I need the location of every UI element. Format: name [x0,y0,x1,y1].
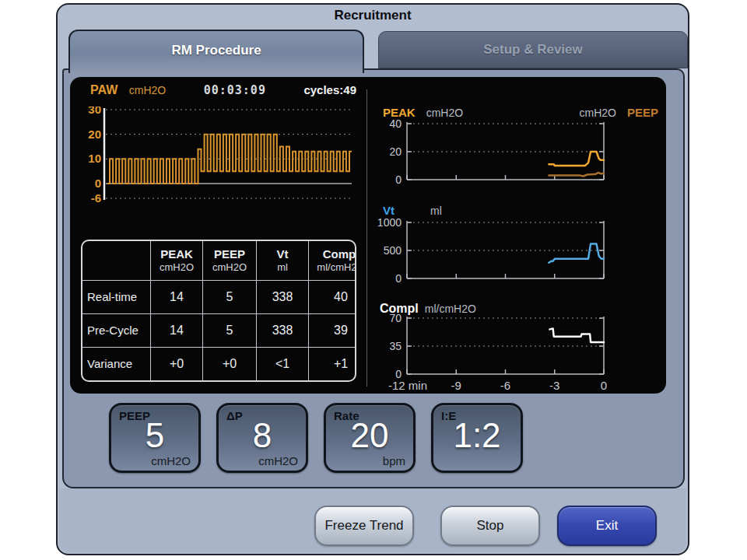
variance-peep: +0 [203,347,257,380]
paw-label: PAW [90,83,117,96]
peep-label: PEEP [627,106,658,119]
vt-unit-label: ml [430,205,442,217]
paw-chart-header: PAW cmH2O 00:03:09 cycles:49 [90,83,356,97]
row-label: Pre-Cycle [82,313,151,347]
cycles-count: cycles:49 [303,83,356,96]
delta-p-setting-button[interactable]: ΔP 8 cmH2O [216,403,308,473]
svg-text:500: 500 [384,244,402,257]
col-header-vt: Vtml [257,241,309,280]
paw-unit-label: cmH2O [129,84,166,96]
row-label: Variance [82,347,151,380]
svg-text:-6: -6 [91,191,101,203]
vt-trend-chart: 10005000 [375,218,608,283]
page-title: Recruitment [56,8,689,23]
col-header-peak: PEAKcmH2O [151,241,203,280]
delta-p-setting-value: 8 [219,416,306,455]
monitor-display: PAW cmH2O 00:03:09 cycles:49 3020100-6 P… [70,77,666,394]
peep-setting-value: 5 [111,416,198,455]
variance-vt: <1 [257,347,309,380]
col-header-compl: Complml/cmH2O [309,241,357,280]
rate-setting-value: 20 [326,416,413,455]
svg-text:10: 10 [88,152,101,165]
x-axis-tick-label: 0 [601,379,607,392]
vertical-divider [366,89,367,387]
ie-setting-value: 1:2 [433,416,521,455]
freeze-trend-button[interactable]: Freeze Trend [314,506,414,546]
row-label: Real-time [82,280,151,313]
svg-text:35: 35 [389,340,402,352]
variance-compl: +1 [309,347,357,380]
rate-setting-unit: bpm [383,454,405,467]
table-row-realtime: Real-time 14 5 338 40 [82,280,356,313]
tab-setup-review[interactable]: Setup & Review [378,31,688,68]
svg-text:30: 30 [88,107,101,116]
x-axis-tick-label: -6 [500,379,510,392]
vt-label: Vt [383,204,395,217]
variance-peak: +0 [151,347,203,380]
peak-label: PEAK [383,106,416,119]
realtime-peep: 5 [203,280,257,313]
table-row-variance: Variance +0 +0 <1 +1 [82,347,356,380]
x-axis-tick-label: -9 [451,379,461,392]
peak-trend-trace [549,152,604,166]
paw-waveform-trace [107,135,352,184]
exit-button-label: Exit [596,518,618,533]
vt-trend-trace [549,243,604,262]
svg-text:40: 40 [389,119,402,130]
col-header-peep: PEEPcmH2O [203,241,257,280]
x-axis-tick-label: -12 min [388,379,427,392]
peep-unit-label: cmH2O [580,107,616,119]
stop-button-label: Stop [477,518,504,533]
svg-text:0: 0 [95,177,101,190]
svg-text:20: 20 [389,145,402,158]
precycle-peak: 14 [151,313,203,347]
rm-data-table: PEAKcmH2O PEEPcmH2O Vtml Complml/cmH2O R… [81,240,356,382]
svg-text:0: 0 [395,173,402,184]
x-axis-tick-label: -3 [549,379,559,392]
realtime-peak: 14 [151,280,203,313]
precycle-vt: 338 [257,313,309,347]
realtime-compl: 40 [309,280,357,313]
table-corner-cell [82,241,151,280]
ie-setting-button[interactable]: I:E 1:2 [431,403,523,473]
svg-text:1000: 1000 [377,218,402,229]
tab-rm-procedure-label: RM Procedure [171,43,261,58]
peak-peep-trend-chart: 40200 [375,119,608,184]
paw-label-group: PAW cmH2O [90,83,166,97]
compl-trend-chart: 70350-12 min-9-6-30 [375,313,608,394]
elapsed-time: 00:03:09 [204,83,266,97]
peep-trend-trace [549,173,604,177]
exit-button[interactable]: Exit [557,506,657,546]
rate-setting-button[interactable]: Rate 20 bpm [324,403,416,473]
precycle-peep: 5 [203,313,257,347]
delta-p-setting-unit: cmH2O [258,454,298,467]
peak-peep-trend-header: PEAK cmH2O cmH2O PEEP [383,106,658,119]
peep-setting-unit: cmH2O [151,454,191,467]
svg-text:20: 20 [88,128,101,141]
table-header-row: PEAKcmH2O PEEPcmH2O Vtml Complml/cmH2O [82,241,356,280]
tab-rm-procedure[interactable]: RM Procedure [68,30,364,73]
freeze-trend-button-label: Freeze Trend [324,518,403,533]
paw-waveform-chart: 3020100-6 [70,107,356,203]
peep-setting-button[interactable]: PEEP 5 cmH2O [109,403,201,473]
svg-text:0: 0 [395,272,402,283]
realtime-vt: 338 [257,280,309,313]
svg-text:70: 70 [389,313,402,324]
stop-button[interactable]: Stop [440,506,540,546]
compl-trend-trace [549,328,604,342]
peak-unit-label: cmH2O [426,107,463,119]
precycle-compl: 39 [309,313,357,347]
table-row-precycle: Pre-Cycle 14 5 338 39 [82,313,356,347]
tab-setup-review-label: Setup & Review [483,42,583,57]
vt-trend-header: Vt ml [383,204,442,217]
